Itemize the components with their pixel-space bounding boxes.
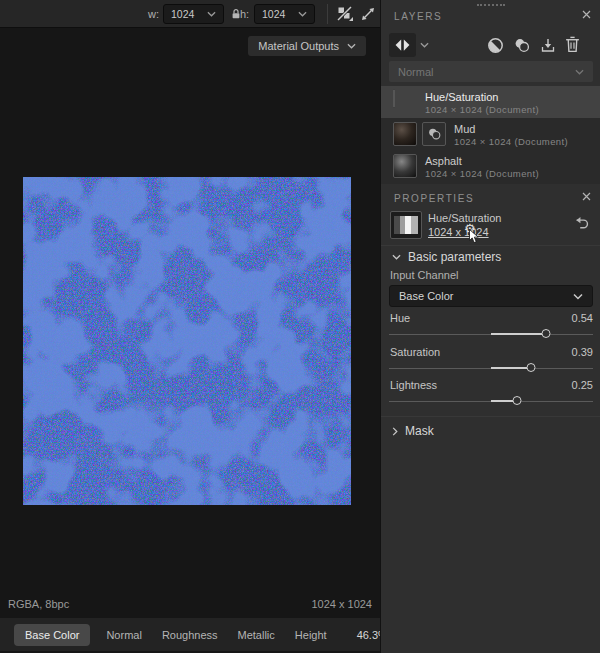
section-divider	[381, 416, 600, 417]
delete-layer-button[interactable]	[565, 36, 580, 53]
adjustment-circle-icon	[487, 37, 504, 54]
panel-drag-handle[interactable]	[477, 4, 505, 6]
application-window: w: 1024 h: 1024	[0, 0, 600, 653]
width-select[interactable]: 1024	[163, 4, 224, 24]
status-bar: RGBA, 8bpc 1024 x 1024	[0, 598, 380, 612]
asphalt-sphere-thumbnail	[393, 154, 417, 178]
properties-panel-title: PROPERTIES	[394, 193, 474, 204]
channel-tab-base-color[interactable]: Base Color	[14, 624, 90, 646]
layer-name: Mud	[454, 123, 475, 135]
section-label: Mask	[405, 424, 434, 438]
slider-value[interactable]: 0.54	[572, 312, 593, 324]
channel-tab-normal[interactable]: Normal	[106, 629, 141, 641]
width-value: 1024	[171, 8, 194, 20]
layer-compare-button[interactable]	[389, 33, 416, 57]
mask-section[interactable]: Mask	[392, 424, 434, 438]
mouse-cursor	[469, 229, 480, 244]
channel-tab-height[interactable]: Height	[295, 629, 327, 641]
slider-value[interactable]: 0.25	[572, 379, 593, 391]
reset-properties-button[interactable]	[573, 216, 590, 229]
blend-mode-value: Normal	[398, 66, 433, 78]
status-size: 1024 x 1024	[311, 598, 372, 610]
basic-parameters-section[interactable]: Basic parameters	[392, 250, 501, 264]
channel-tab-roughness[interactable]: Roughness	[162, 629, 218, 641]
blend-mode-select[interactable]: Normal	[389, 61, 593, 82]
mud-sphere-thumbnail	[393, 122, 417, 146]
layers-list: Hue/Saturation 1024 × 1024 (Document) Mu…	[381, 86, 600, 184]
section-label: Basic parameters	[408, 250, 501, 264]
filter-layers-icon	[427, 127, 442, 141]
chevron-down-icon	[420, 42, 429, 48]
expand-icon	[361, 7, 375, 21]
layer-row-mud[interactable]: Mud 1024 × 1024 (Document)	[381, 118, 600, 150]
hue-slider[interactable]: Hue 0.54	[389, 312, 593, 346]
close-icon	[582, 10, 591, 19]
input-channel-select[interactable]: Base Color	[389, 285, 593, 307]
properties-layer-thumbnail	[390, 211, 422, 239]
layer-size: 1024 × 1024 (Document)	[454, 136, 568, 147]
saturation-slider[interactable]: Saturation 0.39	[389, 346, 593, 380]
import-icon	[540, 37, 556, 54]
layer-row-hue-saturation[interactable]: Hue/Saturation 1024 × 1024 (Document)	[381, 86, 600, 118]
material-outputs-dropdown[interactable]: Material Outputs	[248, 36, 366, 56]
chevron-down-icon	[347, 43, 356, 49]
channel-tab-metallic[interactable]: Metallic	[238, 629, 275, 641]
height-value: 1024	[262, 8, 285, 20]
material-outputs-label: Material Outputs	[258, 40, 339, 52]
trash-icon	[565, 36, 580, 53]
channel-bar: Base Color Normal Roughness Metallic Hei…	[0, 618, 380, 651]
layer-name: Hue/Saturation	[425, 91, 498, 103]
slider-handle[interactable]	[526, 363, 535, 372]
slider-handle[interactable]	[542, 329, 551, 338]
chevron-down-icon	[207, 11, 216, 17]
input-channel-label: Input Channel	[390, 269, 459, 281]
tiling-toggle-button[interactable]	[335, 5, 355, 23]
slider-track[interactable]	[389, 329, 593, 339]
status-format: RGBA, 8bpc	[8, 598, 69, 610]
lightness-slider[interactable]: Lightness 0.25	[389, 379, 593, 413]
mud-filter-thumbnail	[422, 122, 446, 146]
expand-view-button[interactable]	[358, 5, 378, 23]
slider-label: Lightness	[390, 379, 437, 391]
compare-split-icon	[395, 39, 410, 51]
height-select[interactable]: 1024	[254, 4, 315, 24]
layer-row-asphalt[interactable]: Asphalt 1024 × 1024 (Document)	[381, 150, 600, 182]
properties-close-button[interactable]	[582, 192, 591, 201]
layer-compare-flyout[interactable]	[420, 42, 429, 48]
chevron-down-icon	[575, 69, 584, 75]
height-label: h:	[240, 8, 249, 20]
undo-icon	[573, 216, 590, 229]
filter-layers-icon	[513, 37, 531, 54]
layer-name: Asphalt	[425, 155, 462, 167]
texture-preview[interactable]	[23, 177, 351, 505]
tiling-disabled-icon	[336, 5, 354, 23]
import-resource-button[interactable]	[540, 37, 556, 54]
layers-close-button[interactable]	[582, 10, 591, 19]
slider-handle[interactable]	[512, 396, 521, 405]
toolbar-separator	[327, 4, 328, 24]
chevron-right-icon	[392, 427, 398, 436]
slider-track[interactable]	[389, 396, 593, 406]
side-panel: LAYERS	[380, 0, 600, 653]
chevron-down-icon	[298, 11, 307, 17]
width-label: w:	[148, 8, 159, 20]
chevron-down-icon	[573, 293, 583, 300]
section-divider	[381, 245, 600, 246]
chevron-down-icon	[392, 254, 401, 260]
canvas-size-toolbar: w: 1024 h: 1024	[0, 0, 380, 28]
slider-value[interactable]: 0.39	[572, 346, 593, 358]
slider-label: Hue	[390, 312, 410, 324]
add-filter-button[interactable]	[513, 37, 531, 54]
hue-saturation-thumbnail	[393, 89, 395, 108]
add-adjustment-button[interactable]	[487, 37, 504, 54]
texture-viewport: Material Outputs RGBA, 8bpc 1024 x 1024	[0, 28, 380, 653]
slider-track[interactable]	[389, 363, 593, 373]
slider-label: Saturation	[390, 346, 440, 358]
layers-panel-title: LAYERS	[394, 11, 442, 22]
layer-size: 1024 × 1024 (Document)	[425, 104, 539, 115]
layer-size: 1024 × 1024 (Document)	[425, 168, 539, 179]
close-icon	[582, 192, 591, 201]
input-channel-value: Base Color	[399, 290, 453, 302]
